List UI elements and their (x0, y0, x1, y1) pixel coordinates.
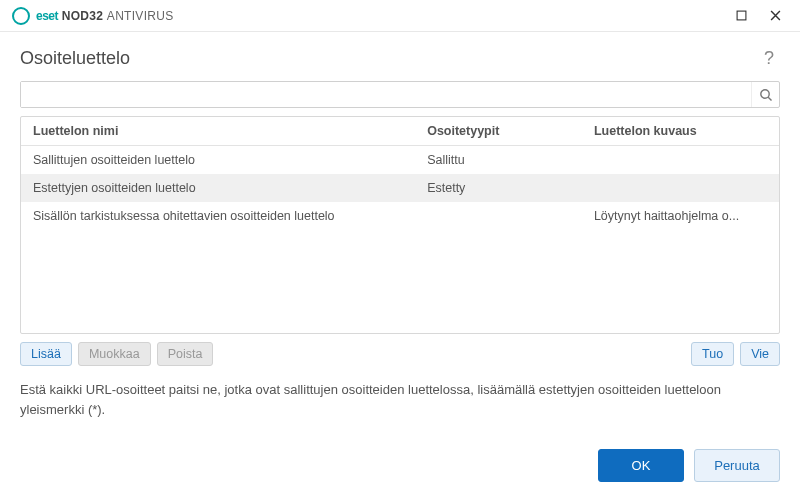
svg-point-0 (13, 8, 29, 24)
table-header: Luettelon nimi Osoitetyypit Luettelon ku… (21, 117, 779, 146)
search-row (20, 81, 780, 108)
page-title: Osoiteluettelo (20, 48, 758, 69)
table-cell: Estetty (415, 174, 582, 202)
svg-rect-1 (737, 11, 746, 20)
export-button[interactable]: Vie (740, 342, 780, 366)
import-button[interactable]: Tuo (691, 342, 734, 366)
table-row[interactable]: Sallittujen osoitteiden luetteloSallittu (21, 146, 779, 174)
close-icon (770, 10, 781, 21)
svg-point-2 (760, 89, 768, 97)
delete-button[interactable]: Poista (157, 342, 214, 366)
table-cell: Estettyjen osoitteiden luettelo (21, 174, 415, 202)
table-cell: Sallittujen osoitteiden luettelo (21, 146, 415, 174)
column-header-desc[interactable]: Luettelon kuvaus (582, 117, 779, 145)
table-body: Sallittujen osoitteiden luetteloSallittu… (21, 146, 779, 333)
info-text: Estä kaikki URL-osoitteet paitsi ne, jot… (20, 380, 780, 419)
column-header-name[interactable]: Luettelon nimi (21, 117, 415, 145)
titlebar: eset NOD32 ANTIVIRUS (0, 0, 800, 32)
column-header-type[interactable]: Osoitetyypit (415, 117, 582, 145)
cancel-button[interactable]: Peruuta (694, 449, 780, 482)
search-input[interactable] (21, 82, 751, 107)
add-button[interactable]: Lisää (20, 342, 72, 366)
address-list-table: Luettelon nimi Osoitetyypit Luettelon ku… (20, 116, 780, 334)
window-maximize-button[interactable] (724, 2, 758, 30)
table-cell (582, 146, 779, 174)
eset-logo-icon (12, 7, 30, 25)
content-area: Luettelon nimi Osoitetyypit Luettelon ku… (0, 81, 800, 435)
search-button[interactable] (751, 82, 779, 107)
maximize-icon (736, 10, 747, 21)
table-cell (582, 174, 779, 202)
table-cell (415, 202, 582, 230)
edit-button[interactable]: Muokkaa (78, 342, 151, 366)
row-actions: Lisää Muokkaa Poista Tuo Vie (20, 342, 780, 366)
help-button[interactable]: ? (758, 46, 780, 71)
ok-button[interactable]: OK (598, 449, 684, 482)
dialog-footer: OK Peruuta (0, 435, 800, 500)
product-name: eset NOD32 ANTIVIRUS (36, 9, 174, 23)
table-row[interactable]: Estettyjen osoitteiden luetteloEstetty (21, 174, 779, 202)
search-icon (759, 88, 773, 102)
page-header: Osoiteluettelo ? (0, 32, 800, 81)
svg-line-3 (768, 97, 771, 100)
window-close-button[interactable] (758, 2, 792, 30)
table-cell: Löytynyt haittaohjelma o... (582, 202, 779, 230)
table-row[interactable]: Sisällön tarkistuksessa ohitettavien oso… (21, 202, 779, 230)
product-logo: eset NOD32 ANTIVIRUS (12, 7, 174, 25)
table-cell: Sallittu (415, 146, 582, 174)
table-cell: Sisällön tarkistuksessa ohitettavien oso… (21, 202, 415, 230)
